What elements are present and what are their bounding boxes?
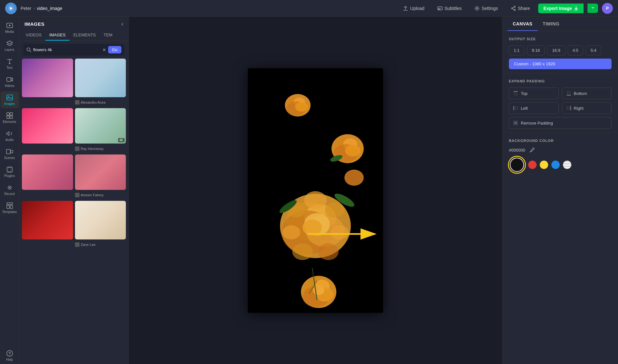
icon-sidebar: Media Layers Text Videos Images Elements…: [0, 17, 19, 364]
main-layout: Media Layers Text Videos Images Elements…: [0, 17, 618, 364]
remove-padding-label: Remove Padding: [521, 121, 553, 126]
image-item-3[interactable]: [22, 108, 73, 144]
tab-images[interactable]: IMAGES: [45, 30, 70, 41]
hex-value: #000000: [509, 148, 525, 153]
tab-elements[interactable]: ELEMENTS: [70, 30, 100, 41]
image-item-1[interactable]: [22, 59, 73, 97]
svg-point-55: [292, 243, 313, 260]
export-dropdown-button[interactable]: [587, 4, 598, 13]
image-item-7[interactable]: [22, 201, 73, 239]
eyedropper-button[interactable]: [529, 147, 535, 153]
size-9-16[interactable]: 9:16: [527, 45, 545, 55]
settings-button[interactable]: Settings: [470, 4, 502, 13]
sidebar-item-videos[interactable]: Videos: [1, 73, 19, 90]
size-4-5[interactable]: 4:5: [568, 45, 583, 55]
svg-rect-23: [7, 203, 13, 204]
sidebar-item-text[interactable]: Text: [1, 55, 19, 72]
sidebar-item-templates[interactable]: Templates: [1, 200, 19, 216]
sidebar-item-images-label: Images: [4, 102, 15, 106]
padding-right-button[interactable]: Right: [562, 102, 612, 114]
share-label: Share: [518, 6, 530, 11]
sidebar-item-scenes[interactable]: Scenes: [1, 145, 19, 162]
size-16-9[interactable]: 16:9: [547, 45, 565, 55]
svg-point-6: [514, 6, 515, 7]
svg-point-5: [476, 7, 478, 9]
credit-icon: [75, 146, 80, 151]
padding-bottom-button[interactable]: Bottom: [562, 88, 612, 99]
tab-timing[interactable]: TIMING: [538, 17, 565, 31]
svg-rect-18: [6, 149, 10, 154]
color-row: #000000: [509, 147, 612, 153]
image-credit-6: Ameen Fahmy: [75, 192, 126, 198]
svg-rect-70: [513, 91, 518, 92]
subtitles-button[interactable]: Subtitles: [433, 4, 466, 13]
svg-point-43: [347, 172, 358, 181]
swatch-red[interactable]: [528, 161, 537, 169]
padding-top-icon: [513, 91, 518, 96]
tab-tem[interactable]: TEM: [100, 30, 116, 41]
padding-left-label: Left: [521, 106, 528, 111]
padding-top-label: Top: [521, 91, 528, 96]
sidebar-item-elements[interactable]: Elements: [1, 109, 19, 126]
sidebar-item-help-label: Help: [6, 358, 13, 361]
padding-top-button[interactable]: Top: [509, 88, 559, 99]
background-color-title: BACKGROUND COLOR: [509, 139, 612, 143]
image-item-5[interactable]: [22, 154, 73, 190]
size-5-4[interactable]: 5:4: [586, 45, 601, 55]
search-go-button[interactable]: Go: [108, 46, 121, 53]
svg-rect-17: [10, 116, 13, 118]
svg-rect-20: [7, 167, 12, 172]
svg-point-56: [282, 225, 300, 239]
sidebar-item-images[interactable]: Images: [1, 91, 19, 108]
image-item-8[interactable]: [75, 201, 126, 239]
swatch-transparent[interactable]: [563, 161, 571, 169]
breadcrumb-user[interactable]: Peter: [21, 6, 31, 11]
left-panel-close-button[interactable]: ‹: [121, 21, 123, 27]
sidebar-item-elements-label: Elements: [3, 120, 16, 124]
swatch-blue[interactable]: [551, 161, 560, 169]
breadcrumb-project: video_image: [37, 6, 62, 11]
export-button[interactable]: Export Image: [538, 4, 584, 13]
search-bar: ✕ Go: [23, 44, 125, 55]
sidebar-item-plugins[interactable]: Plugins: [1, 163, 19, 180]
image-item-2[interactable]: [75, 59, 126, 97]
canvas-frame[interactable]: [248, 68, 383, 313]
image-item-6[interactable]: [75, 154, 126, 190]
tab-videos[interactable]: VIDEOS: [22, 30, 45, 41]
swatch-black[interactable]: [510, 158, 524, 172]
image-item-4[interactable]: 4K: [75, 108, 126, 144]
left-panel-header: IMAGES ‹: [19, 17, 128, 30]
credit-name: Ameen Fahmy: [81, 193, 104, 197]
padding-left-button[interactable]: Left: [509, 102, 559, 114]
upload-button[interactable]: Upload: [398, 4, 429, 13]
share-button[interactable]: Share: [506, 4, 534, 13]
subtitles-label: Subtitles: [445, 6, 462, 11]
sidebar-item-audio[interactable]: Audio: [1, 127, 19, 144]
size-1-1[interactable]: 1:1: [509, 45, 524, 55]
svg-rect-12: [7, 95, 13, 100]
svg-point-7: [511, 8, 513, 9]
tab-canvas[interactable]: CANVAS: [508, 17, 538, 31]
padding-left-icon: [513, 106, 518, 111]
sidebar-item-scenes-label: Scenes: [4, 156, 15, 160]
sidebar-item-layers[interactable]: Layers: [1, 37, 19, 54]
padding-bottom-icon: [566, 91, 571, 96]
svg-marker-10: [9, 24, 11, 26]
sidebar-item-media[interactable]: Media: [1, 19, 19, 36]
image-credit-8: Zane Lee: [75, 241, 126, 248]
sidebar-item-text-label: Text: [6, 66, 12, 70]
credit-name: Ray Hennessy: [81, 147, 104, 151]
right-panel: CANVAS TIMING OUTPUT SIZE 1:1 9:16 16:9 …: [502, 17, 618, 364]
annotation-arrow: [304, 224, 381, 244]
svg-rect-71: [514, 92, 517, 95]
credit-icon: [75, 193, 80, 197]
image-credit-4: Ray Hennessy: [75, 145, 126, 152]
search-clear-button[interactable]: ✕: [102, 47, 106, 52]
sidebar-item-record[interactable]: Record: [1, 182, 19, 198]
custom-size-button[interactable]: Custom - 1080 x 1920: [509, 59, 612, 69]
sidebar-item-help[interactable]: Help: [1, 347, 19, 364]
search-input[interactable]: [33, 47, 100, 52]
avatar[interactable]: P: [602, 3, 613, 14]
swatch-yellow[interactable]: [540, 161, 548, 169]
remove-padding-button[interactable]: Remove Padding: [509, 117, 612, 129]
